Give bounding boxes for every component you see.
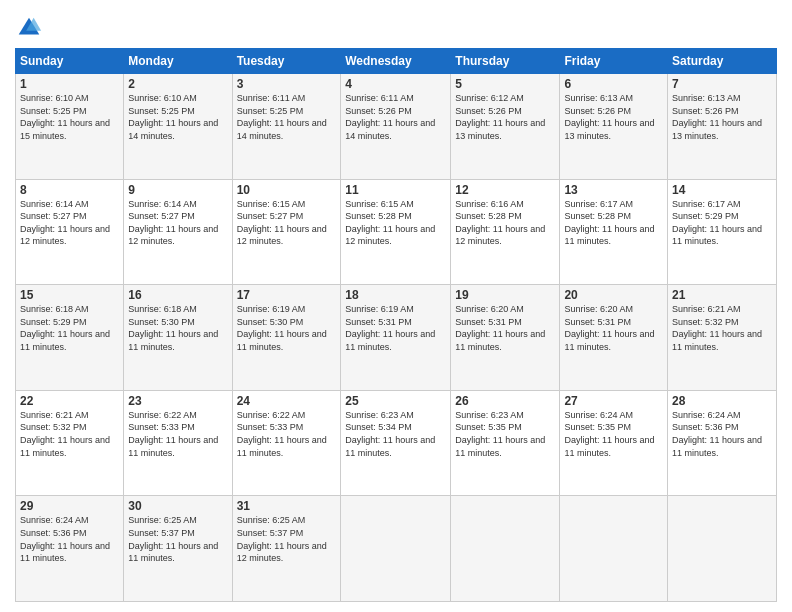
day-info: Sunrise: 6:20 AMSunset: 5:31 PMDaylight:…: [455, 303, 555, 353]
day-info: Sunrise: 6:11 AMSunset: 5:26 PMDaylight:…: [345, 92, 446, 142]
calendar-cell: [341, 496, 451, 602]
day-number: 30: [128, 499, 227, 513]
day-number: 28: [672, 394, 772, 408]
day-info: Sunrise: 6:19 AMSunset: 5:30 PMDaylight:…: [237, 303, 337, 353]
day-number: 31: [237, 499, 337, 513]
day-info: Sunrise: 6:23 AMSunset: 5:34 PMDaylight:…: [345, 409, 446, 459]
day-info: Sunrise: 6:23 AMSunset: 5:35 PMDaylight:…: [455, 409, 555, 459]
calendar: Sunday Monday Tuesday Wednesday Thursday…: [15, 48, 777, 602]
day-number: 4: [345, 77, 446, 91]
day-number: 17: [237, 288, 337, 302]
day-info: Sunrise: 6:17 AMSunset: 5:28 PMDaylight:…: [564, 198, 663, 248]
calendar-cell: 13Sunrise: 6:17 AMSunset: 5:28 PMDayligh…: [560, 179, 668, 285]
calendar-cell: 30Sunrise: 6:25 AMSunset: 5:37 PMDayligh…: [124, 496, 232, 602]
day-info: Sunrise: 6:24 AMSunset: 5:35 PMDaylight:…: [564, 409, 663, 459]
col-thursday: Thursday: [451, 49, 560, 74]
calendar-cell: 28Sunrise: 6:24 AMSunset: 5:36 PMDayligh…: [668, 390, 777, 496]
calendar-cell: 15Sunrise: 6:18 AMSunset: 5:29 PMDayligh…: [16, 285, 124, 391]
calendar-week-row: 1Sunrise: 6:10 AMSunset: 5:25 PMDaylight…: [16, 74, 777, 180]
calendar-cell: 2Sunrise: 6:10 AMSunset: 5:25 PMDaylight…: [124, 74, 232, 180]
day-info: Sunrise: 6:24 AMSunset: 5:36 PMDaylight:…: [672, 409, 772, 459]
day-info: Sunrise: 6:15 AMSunset: 5:28 PMDaylight:…: [345, 198, 446, 248]
day-number: 8: [20, 183, 119, 197]
day-info: Sunrise: 6:10 AMSunset: 5:25 PMDaylight:…: [128, 92, 227, 142]
day-info: Sunrise: 6:16 AMSunset: 5:28 PMDaylight:…: [455, 198, 555, 248]
day-number: 23: [128, 394, 227, 408]
day-info: Sunrise: 6:14 AMSunset: 5:27 PMDaylight:…: [20, 198, 119, 248]
day-number: 5: [455, 77, 555, 91]
calendar-cell: 12Sunrise: 6:16 AMSunset: 5:28 PMDayligh…: [451, 179, 560, 285]
col-tuesday: Tuesday: [232, 49, 341, 74]
day-info: Sunrise: 6:17 AMSunset: 5:29 PMDaylight:…: [672, 198, 772, 248]
calendar-header-row: Sunday Monday Tuesday Wednesday Thursday…: [16, 49, 777, 74]
day-number: 7: [672, 77, 772, 91]
header: [15, 10, 777, 42]
calendar-week-row: 29Sunrise: 6:24 AMSunset: 5:36 PMDayligh…: [16, 496, 777, 602]
day-number: 24: [237, 394, 337, 408]
calendar-cell: 14Sunrise: 6:17 AMSunset: 5:29 PMDayligh…: [668, 179, 777, 285]
day-number: 27: [564, 394, 663, 408]
calendar-cell: [668, 496, 777, 602]
day-info: Sunrise: 6:15 AMSunset: 5:27 PMDaylight:…: [237, 198, 337, 248]
day-info: Sunrise: 6:18 AMSunset: 5:29 PMDaylight:…: [20, 303, 119, 353]
col-wednesday: Wednesday: [341, 49, 451, 74]
day-number: 21: [672, 288, 772, 302]
day-number: 18: [345, 288, 446, 302]
calendar-cell: 24Sunrise: 6:22 AMSunset: 5:33 PMDayligh…: [232, 390, 341, 496]
day-number: 26: [455, 394, 555, 408]
day-info: Sunrise: 6:19 AMSunset: 5:31 PMDaylight:…: [345, 303, 446, 353]
day-number: 22: [20, 394, 119, 408]
day-number: 25: [345, 394, 446, 408]
col-friday: Friday: [560, 49, 668, 74]
calendar-cell: 20Sunrise: 6:20 AMSunset: 5:31 PMDayligh…: [560, 285, 668, 391]
day-info: Sunrise: 6:21 AMSunset: 5:32 PMDaylight:…: [672, 303, 772, 353]
calendar-cell: 29Sunrise: 6:24 AMSunset: 5:36 PMDayligh…: [16, 496, 124, 602]
day-info: Sunrise: 6:24 AMSunset: 5:36 PMDaylight:…: [20, 514, 119, 564]
calendar-cell: 22Sunrise: 6:21 AMSunset: 5:32 PMDayligh…: [16, 390, 124, 496]
calendar-cell: 10Sunrise: 6:15 AMSunset: 5:27 PMDayligh…: [232, 179, 341, 285]
calendar-cell: 5Sunrise: 6:12 AMSunset: 5:26 PMDaylight…: [451, 74, 560, 180]
day-number: 1: [20, 77, 119, 91]
day-info: Sunrise: 6:20 AMSunset: 5:31 PMDaylight:…: [564, 303, 663, 353]
calendar-week-row: 15Sunrise: 6:18 AMSunset: 5:29 PMDayligh…: [16, 285, 777, 391]
calendar-cell: 1Sunrise: 6:10 AMSunset: 5:25 PMDaylight…: [16, 74, 124, 180]
calendar-cell: [451, 496, 560, 602]
day-number: 3: [237, 77, 337, 91]
day-number: 2: [128, 77, 227, 91]
calendar-cell: 18Sunrise: 6:19 AMSunset: 5:31 PMDayligh…: [341, 285, 451, 391]
calendar-cell: 16Sunrise: 6:18 AMSunset: 5:30 PMDayligh…: [124, 285, 232, 391]
day-info: Sunrise: 6:22 AMSunset: 5:33 PMDaylight:…: [237, 409, 337, 459]
day-info: Sunrise: 6:11 AMSunset: 5:25 PMDaylight:…: [237, 92, 337, 142]
day-info: Sunrise: 6:25 AMSunset: 5:37 PMDaylight:…: [128, 514, 227, 564]
calendar-cell: 19Sunrise: 6:20 AMSunset: 5:31 PMDayligh…: [451, 285, 560, 391]
day-number: 29: [20, 499, 119, 513]
calendar-cell: 7Sunrise: 6:13 AMSunset: 5:26 PMDaylight…: [668, 74, 777, 180]
calendar-cell: 9Sunrise: 6:14 AMSunset: 5:27 PMDaylight…: [124, 179, 232, 285]
col-saturday: Saturday: [668, 49, 777, 74]
calendar-cell: 23Sunrise: 6:22 AMSunset: 5:33 PMDayligh…: [124, 390, 232, 496]
day-info: Sunrise: 6:12 AMSunset: 5:26 PMDaylight:…: [455, 92, 555, 142]
calendar-cell: 26Sunrise: 6:23 AMSunset: 5:35 PMDayligh…: [451, 390, 560, 496]
col-monday: Monday: [124, 49, 232, 74]
day-number: 12: [455, 183, 555, 197]
logo: [15, 14, 47, 42]
day-number: 6: [564, 77, 663, 91]
day-info: Sunrise: 6:22 AMSunset: 5:33 PMDaylight:…: [128, 409, 227, 459]
day-number: 11: [345, 183, 446, 197]
day-number: 15: [20, 288, 119, 302]
calendar-cell: 25Sunrise: 6:23 AMSunset: 5:34 PMDayligh…: [341, 390, 451, 496]
calendar-cell: 6Sunrise: 6:13 AMSunset: 5:26 PMDaylight…: [560, 74, 668, 180]
calendar-cell: 3Sunrise: 6:11 AMSunset: 5:25 PMDaylight…: [232, 74, 341, 180]
calendar-cell: 27Sunrise: 6:24 AMSunset: 5:35 PMDayligh…: [560, 390, 668, 496]
day-info: Sunrise: 6:18 AMSunset: 5:30 PMDaylight:…: [128, 303, 227, 353]
day-number: 16: [128, 288, 227, 302]
day-info: Sunrise: 6:25 AMSunset: 5:37 PMDaylight:…: [237, 514, 337, 564]
day-number: 10: [237, 183, 337, 197]
day-number: 9: [128, 183, 227, 197]
logo-icon: [15, 14, 43, 42]
day-number: 13: [564, 183, 663, 197]
day-info: Sunrise: 6:21 AMSunset: 5:32 PMDaylight:…: [20, 409, 119, 459]
calendar-cell: 21Sunrise: 6:21 AMSunset: 5:32 PMDayligh…: [668, 285, 777, 391]
day-info: Sunrise: 6:14 AMSunset: 5:27 PMDaylight:…: [128, 198, 227, 248]
calendar-cell: 17Sunrise: 6:19 AMSunset: 5:30 PMDayligh…: [232, 285, 341, 391]
